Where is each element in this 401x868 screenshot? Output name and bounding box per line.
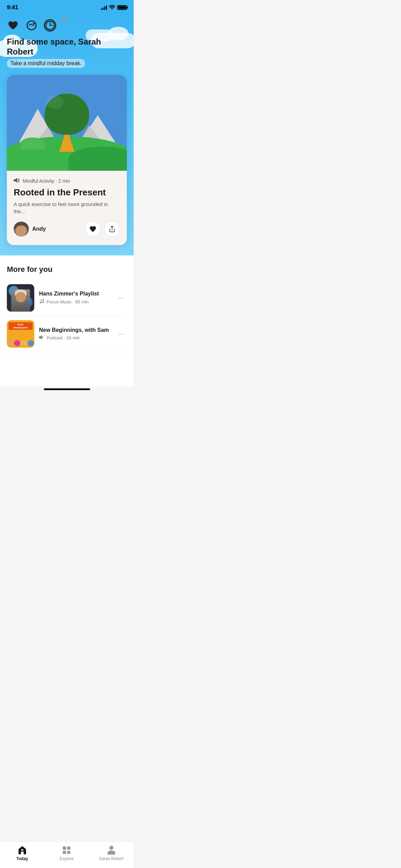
home-indicator	[44, 388, 90, 390]
svg-point-0	[27, 21, 36, 30]
more-options-button[interactable]: ···	[116, 327, 127, 340]
greeting-subtitle: Take a mindful midday break.	[7, 59, 85, 68]
card-footer: Andy	[14, 221, 120, 237]
streak-icon[interactable]	[25, 20, 38, 31]
author-name: Andy	[32, 226, 46, 232]
music-icon	[39, 299, 45, 305]
greeting-section: Find some space, Sarah Robert Take a min…	[7, 37, 127, 68]
card-illustration	[7, 75, 127, 171]
item-meta: Focus Music · 85 min	[39, 299, 111, 305]
author-avatar	[14, 221, 29, 237]
speaker-meta-icon	[14, 178, 20, 184]
status-icons	[101, 5, 127, 11]
greeting-title: Find some space, Sarah Robert	[7, 37, 127, 57]
card-title: Rooted in the Present	[14, 187, 120, 198]
dear-headspace-label: Dear Headspace	[9, 322, 33, 330]
svg-point-5	[40, 302, 41, 303]
clock-icon[interactable]	[44, 19, 56, 32]
featured-card[interactable]: Mindful Activity · 2 min Rooted in the P…	[7, 75, 127, 245]
list-item[interactable]: Hans Zimmer's Playlist Focus Music · 85 …	[7, 280, 127, 316]
hans-thumbnail	[7, 284, 34, 312]
svg-rect-4	[14, 179, 15, 181]
dear-headspace-faces	[7, 340, 34, 346]
hero-section: Find some space, Sarah Robert Take a min…	[0, 12, 134, 255]
favorite-button[interactable]	[85, 221, 101, 237]
item-info: Hans Zimmer's Playlist Focus Music · 85 …	[39, 291, 111, 305]
share-button[interactable]	[104, 221, 120, 237]
item-meta: Podcast · 26 min	[39, 335, 111, 341]
favorites-icon[interactable]	[7, 19, 19, 32]
speaker-small-icon	[39, 335, 45, 341]
svg-point-6	[42, 302, 44, 303]
item-meta-text: Focus Music · 85 min	[47, 299, 89, 304]
item-title: New Beginnings, with Sam	[39, 327, 111, 333]
signal-bars-icon	[101, 5, 107, 10]
card-content: Mindful Activity · 2 min Rooted in the P…	[7, 171, 127, 245]
card-meta: Mindful Activity · 2 min	[14, 178, 120, 184]
item-title: Hans Zimmer's Playlist	[39, 291, 111, 297]
status-bar: 9:41	[0, 0, 134, 12]
card-actions	[85, 221, 120, 237]
top-icon-row	[7, 12, 127, 37]
list-item[interactable]: Dear Headspace New Beginnings, with Sam	[7, 316, 127, 352]
card-meta-text: Mindful Activity · 2 min	[23, 178, 70, 184]
more-options-button[interactable]: ···	[116, 291, 127, 304]
card-author: Andy	[14, 221, 46, 237]
more-for-you-title: More for you	[7, 265, 127, 274]
dear-headspace-thumbnail: Dear Headspace	[7, 320, 34, 348]
main-content: More for you Hans Zimmer's Playlist	[0, 255, 134, 386]
battery-icon	[117, 5, 127, 10]
status-time: 9:41	[7, 4, 18, 11]
item-meta-text: Podcast · 26 min	[47, 335, 80, 340]
card-description: A quick exercise to feel more grounded i…	[14, 201, 120, 215]
item-info: New Beginnings, with Sam Podcast · 26 mi…	[39, 327, 111, 341]
wifi-icon	[109, 5, 115, 11]
svg-rect-7	[39, 336, 40, 338]
